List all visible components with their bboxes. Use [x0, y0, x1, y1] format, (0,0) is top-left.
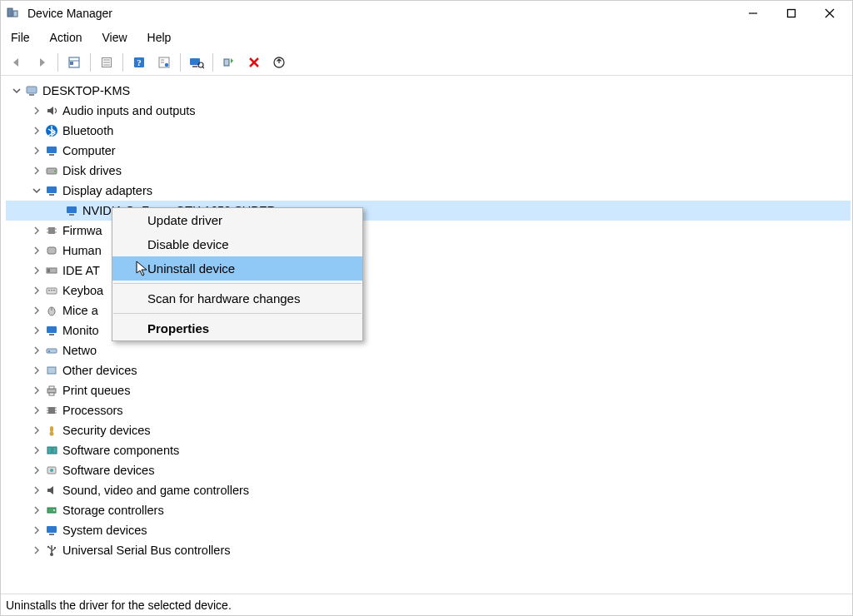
software-components-icon [44, 443, 59, 458]
svg-rect-58 [49, 386, 54, 389]
chevron-right-icon[interactable] [31, 246, 42, 255]
menu-view[interactable]: View [97, 29, 132, 46]
display-adapter-icon [44, 183, 59, 198]
chevron-down-icon[interactable] [11, 87, 22, 95]
context-menu-uninstall-device[interactable]: Uninstall device [112, 256, 362, 281]
tree-item-label: Computer [62, 141, 116, 161]
svg-rect-70 [52, 447, 57, 454]
show-hide-console-tree-button[interactable] [63, 52, 85, 73]
menu-action[interactable]: Action [45, 29, 87, 46]
menubar: File Action View Help [1, 26, 852, 49]
svg-point-68 [50, 432, 54, 436]
chevron-down-icon[interactable] [31, 186, 42, 195]
chevron-right-icon[interactable] [31, 406, 42, 415]
svg-rect-49 [53, 290, 55, 291]
tree-item-software-devices[interactable]: Software devices [6, 460, 851, 480]
svg-rect-0 [7, 8, 12, 17]
help-button[interactable]: ? [128, 52, 150, 73]
svg-point-33 [54, 171, 56, 172]
computer-icon [24, 83, 39, 98]
svg-rect-60 [48, 407, 55, 414]
close-button[interactable] [811, 1, 849, 26]
tree-item-usb[interactable]: Universal Serial Bus controllers [6, 540, 851, 560]
tree-item-system[interactable]: System devices [6, 520, 851, 540]
menu-file[interactable]: File [6, 29, 35, 46]
svg-rect-69 [47, 447, 52, 454]
tree-item-print-queues[interactable]: Print queues [6, 380, 851, 400]
action-list-button[interactable] [153, 52, 175, 73]
svg-point-18 [165, 62, 168, 66]
chevron-right-icon[interactable] [31, 346, 42, 355]
other-devices-icon [44, 363, 59, 378]
chevron-right-icon[interactable] [31, 446, 42, 455]
svg-rect-48 [51, 290, 52, 291]
svg-rect-1 [13, 11, 17, 17]
tree-item-label: System devices [62, 520, 147, 540]
tree-item-computer[interactable]: Computer [6, 141, 851, 161]
svg-rect-20 [192, 66, 197, 67]
chevron-right-icon[interactable] [31, 386, 42, 395]
tree-item-disk-drives[interactable]: Disk drives [6, 161, 851, 181]
chevron-right-icon[interactable] [31, 147, 42, 155]
context-menu-disable-device[interactable]: Disable device [112, 232, 362, 256]
chevron-right-icon[interactable] [31, 426, 42, 435]
tree-item-audio[interactable]: Audio inputs and outputs [6, 101, 851, 121]
chevron-right-icon[interactable] [31, 506, 42, 514]
chevron-right-icon[interactable] [31, 546, 42, 554]
tree-item-sound[interactable]: Sound, video and game controllers [6, 480, 851, 500]
minimize-button[interactable] [734, 1, 772, 26]
chevron-right-icon[interactable] [31, 306, 42, 315]
chevron-right-icon[interactable] [31, 526, 42, 534]
chevron-right-icon[interactable] [31, 266, 42, 275]
chevron-right-icon[interactable] [31, 486, 42, 494]
tree-item-other[interactable]: Other devices [6, 360, 851, 380]
chevron-right-icon[interactable] [31, 127, 42, 135]
titlebar: Device Manager [1, 1, 852, 26]
svg-rect-35 [49, 194, 54, 196]
svg-rect-56 [47, 367, 56, 374]
svg-rect-53 [49, 334, 54, 335]
window-title: Device Manager [27, 7, 112, 20]
tree-item-security[interactable]: Security devices [6, 420, 851, 440]
forward-button[interactable] [31, 52, 52, 73]
tree-item-storage[interactable]: Storage controllers [6, 500, 851, 520]
hid-icon [44, 243, 59, 258]
chevron-right-icon[interactable] [31, 107, 42, 115]
enable-device-button[interactable] [218, 52, 240, 73]
bluetooth-icon [44, 123, 59, 138]
display-adapter-icon [64, 203, 79, 218]
menu-help[interactable]: Help [142, 29, 177, 46]
chevron-right-icon[interactable] [31, 226, 42, 235]
properties-button[interactable] [96, 52, 117, 73]
scan-hardware-button[interactable] [186, 52, 207, 73]
tree-item-label: Keyboa [62, 281, 103, 301]
tree-item-label: Storage controllers [62, 500, 164, 520]
tree-item-display-adapters[interactable]: Display adapters [6, 181, 851, 201]
uninstall-device-button[interactable] [243, 52, 265, 73]
ide-icon [44, 263, 59, 278]
tree-root[interactable]: DESKTOP-KMS [6, 81, 851, 101]
tree-item-processors[interactable]: Processors [6, 400, 851, 420]
chevron-right-icon[interactable] [31, 326, 42, 335]
svg-rect-28 [29, 94, 34, 96]
tree-item-software-components[interactable]: Software components [6, 440, 851, 460]
context-menu-scan-hardware[interactable]: Scan for hardware changes [112, 286, 362, 310]
tree-item-label: Bluetooth [62, 121, 113, 141]
chevron-right-icon[interactable] [31, 166, 42, 175]
device-tree[interactable]: DESKTOP-KMS Audio inputs and outputs Blu… [1, 76, 852, 594]
tree-item-bluetooth[interactable]: Bluetooth [6, 121, 851, 141]
tree-item-network[interactable]: Netwo [6, 340, 851, 360]
svg-rect-54 [47, 349, 57, 353]
device-manager-icon [4, 5, 21, 22]
chevron-right-icon[interactable] [31, 366, 42, 375]
update-driver-button[interactable] [268, 52, 290, 73]
chevron-right-icon[interactable] [31, 466, 42, 474]
svg-rect-34 [47, 186, 57, 193]
back-button[interactable] [6, 52, 27, 73]
maximize-button[interactable] [772, 1, 811, 26]
tree-item-label: Monito [62, 320, 99, 340]
context-menu-properties[interactable]: Properties [112, 316, 362, 340]
chevron-right-icon[interactable] [31, 286, 42, 295]
context-menu-update-driver[interactable]: Update driver [112, 208, 362, 232]
sound-icon [44, 483, 59, 498]
